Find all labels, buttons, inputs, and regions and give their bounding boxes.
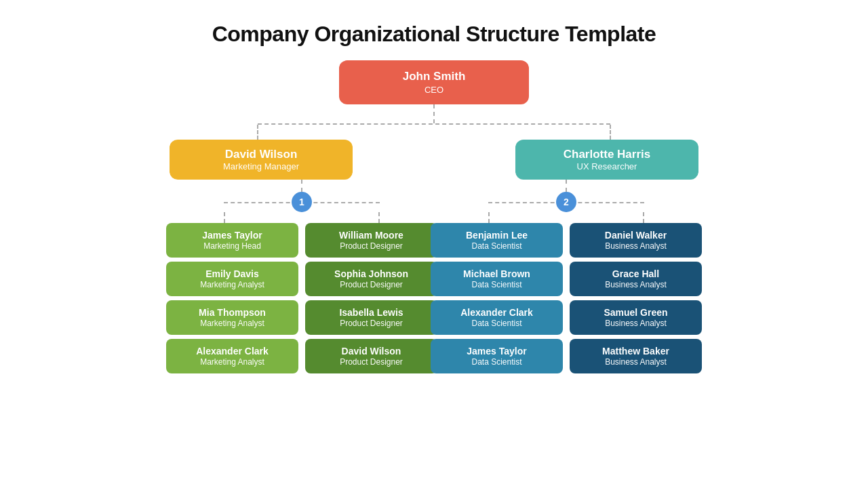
emp-alex-clark-mkt: Alexander Clark Marketing Analyst — [166, 339, 298, 373]
badge-2: 2 — [556, 192, 576, 212]
emp-mia-thompson: Mia Thompson Marketing Analyst — [166, 300, 298, 335]
l1-ux-role: UX Researcher — [529, 161, 685, 171]
emp-michael-brown: Michael Brown Data Scientist — [431, 262, 563, 296]
emp-sophia-johnson: Sophia Johnson Product Designer — [305, 262, 437, 296]
root-role: CEO — [366, 85, 502, 95]
l1-node-marketing: David Wilson Marketing Manager — [170, 140, 353, 180]
emp-benjamin-lee: Benjamin Lee Data Scientist — [431, 223, 563, 258]
marketing-col-2: William Moore Product Designer Sophia Jo… — [305, 223, 437, 373]
root-name: John Smith — [366, 70, 502, 83]
emp-james-taylor-ds: James Taylor Data Scientist — [431, 339, 563, 373]
level1-row: David Wilson Marketing Manager Charlotte… — [170, 140, 698, 180]
org-chart: John Smith CEO David Wilson Marketing Ma… — [0, 60, 868, 373]
emp-daniel-walker: Daniel Walker Business Analyst — [570, 223, 702, 258]
marketing-col-1: James Taylor Marketing Head Emily Davis … — [166, 223, 298, 373]
emp-isabella-lewis: Isabella Lewis Product Designer — [305, 300, 437, 335]
l1-marketing-name: David Wilson — [183, 148, 339, 161]
root-node: John Smith CEO — [339, 60, 529, 104]
ux-col-2: Daniel Walker Business Analyst Grace Hal… — [570, 223, 702, 373]
emp-grace-hall: Grace Hall Business Analyst — [570, 262, 702, 296]
badge-1: 1 — [292, 192, 312, 212]
ux-col-1: Benjamin Lee Data Scientist Michael Brow… — [431, 223, 563, 373]
l1-arms — [170, 125, 698, 140]
level2-row: James Taylor Marketing Head Emily Davis … — [170, 223, 698, 373]
l1-marketing-role: Marketing Manager — [183, 161, 339, 171]
right-connector-group: 2 — [434, 180, 698, 223]
page-title: Company Organizational Structure Templat… — [212, 22, 656, 47]
l1-node-ux: Charlotte Harris UX Researcher — [515, 140, 698, 180]
marketing-subcols: James Taylor Marketing Head Emily Davis … — [170, 223, 434, 373]
emp-matthew-baker: Matthew Baker Business Analyst — [570, 339, 702, 373]
root-v-connector — [433, 104, 435, 123]
left-connector-group: 1 — [170, 180, 434, 223]
emp-emily-davis: Emily Davis Marketing Analyst — [166, 262, 298, 296]
emp-james-taylor: James Taylor Marketing Head — [166, 223, 298, 258]
emp-david-wilson-pd: David Wilson Product Designer — [305, 339, 437, 373]
l1-sub-connectors: 1 2 — [170, 180, 698, 223]
emp-samuel-green: Samuel Green Business Analyst — [570, 300, 702, 335]
emp-alex-clark-ds: Alexander Clark Data Scientist — [431, 300, 563, 335]
l1-ux-name: Charlotte Harris — [529, 148, 685, 161]
root-h-connector — [170, 123, 698, 125]
ux-subcols: Benjamin Lee Data Scientist Michael Brow… — [434, 223, 698, 373]
emp-william-moore: William Moore Product Designer — [305, 223, 437, 258]
